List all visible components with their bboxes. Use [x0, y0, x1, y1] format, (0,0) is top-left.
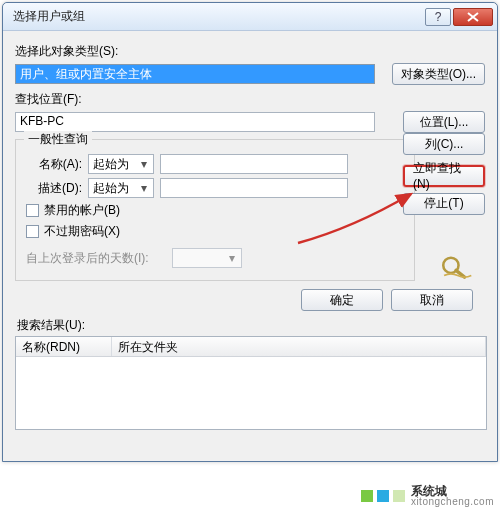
desc-input[interactable] — [160, 178, 348, 198]
search-results-label: 搜索结果(U): — [17, 317, 485, 334]
common-queries-legend: 一般性查询 — [24, 131, 92, 148]
days-since-logon-label: 自上次登录后的天数(I): — [26, 250, 166, 267]
side-buttons: 列(C)... 立即查找(N) 停止(T) — [403, 133, 485, 221]
help-button[interactable]: ? — [425, 8, 451, 26]
chevron-down-icon: ▾ — [137, 181, 151, 195]
common-queries-group: 一般性查询 名称(A): 起始为 ▾ 描述(D): 起始为 ▾ 禁用的 — [15, 139, 415, 281]
object-types-button[interactable]: 对象类型(O)... — [392, 63, 485, 85]
desc-label: 描述(D): — [26, 180, 82, 197]
columns-button[interactable]: 列(C)... — [403, 133, 485, 155]
results-grid[interactable]: 名称(RDN) 所在文件夹 — [15, 336, 487, 430]
locations-button[interactable]: 位置(L)... — [403, 111, 485, 133]
name-input[interactable] — [160, 154, 348, 174]
watermark: 系统城 xitongcheng.com — [361, 485, 494, 507]
object-type-label: 选择此对象类型(S): — [15, 43, 485, 60]
dialog-content: 选择此对象类型(S): 用户、组或内置安全主体 对象类型(O)... 查找位置(… — [3, 31, 497, 440]
name-label: 名称(A): — [26, 156, 82, 173]
location-label: 查找位置(F): — [15, 91, 485, 108]
name-op-combo[interactable]: 起始为 ▾ — [88, 154, 154, 174]
non-expiring-password-checkbox[interactable]: 不过期密码(X) — [26, 223, 404, 240]
checkbox-icon — [26, 204, 39, 217]
days-since-logon-combo: ▾ — [172, 248, 242, 268]
find-now-button[interactable]: 立即查找(N) — [403, 165, 485, 187]
close-button[interactable] — [453, 8, 493, 26]
dialog-window: 选择用户或组 ? 选择此对象类型(S): 用户、组或内置安全主体 对象类型(O)… — [2, 2, 498, 462]
chevron-down-icon: ▾ — [137, 157, 151, 171]
location-field[interactable]: KFB-PC — [15, 112, 375, 132]
object-type-field[interactable]: 用户、组或内置安全主体 — [15, 64, 375, 84]
stop-button[interactable]: 停止(T) — [403, 193, 485, 215]
ok-button[interactable]: 确定 — [301, 289, 383, 311]
watermark-url: xitongcheng.com — [411, 497, 494, 507]
search-icon — [439, 253, 473, 284]
column-header-folder[interactable]: 所在文件夹 — [112, 337, 486, 356]
results-header: 名称(RDN) 所在文件夹 — [16, 337, 486, 357]
disabled-accounts-checkbox[interactable]: 禁用的帐户(B) — [26, 202, 404, 219]
titlebar: 选择用户或组 ? — [3, 3, 497, 31]
checkbox-icon — [26, 225, 39, 238]
cancel-button[interactable]: 取消 — [391, 289, 473, 311]
desc-op-combo[interactable]: 起始为 ▾ — [88, 178, 154, 198]
column-header-name[interactable]: 名称(RDN) — [16, 337, 112, 356]
watermark-logo — [361, 490, 405, 502]
chevron-down-icon: ▾ — [225, 251, 239, 265]
window-title: 选择用户或组 — [13, 8, 423, 25]
